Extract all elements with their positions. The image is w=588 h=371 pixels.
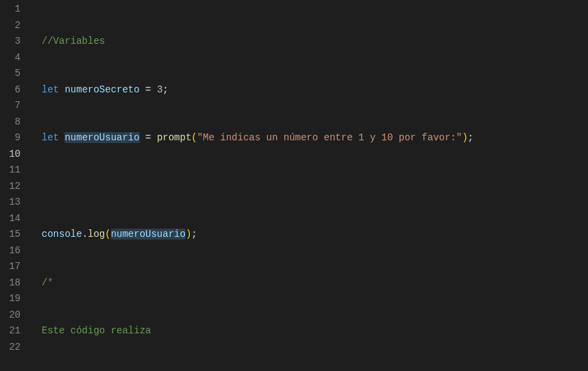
- line-number: 8: [0, 114, 21, 131]
- line-number: 7: [0, 98, 21, 114]
- keyword-let: let: [42, 132, 59, 143]
- line-number: 9: [0, 130, 21, 146]
- line-number: 16: [0, 243, 21, 259]
- object: console: [42, 229, 82, 240]
- code-editor[interactable]: 1 2 3 4 5 6 7 8 9 10 11 12 13 14 15 16 1…: [0, 0, 588, 371]
- code-line[interactable]: Este código realiza: [30, 323, 588, 340]
- comment: //Variables: [42, 36, 105, 47]
- line-number: 21: [0, 323, 21, 340]
- code-area[interactable]: //Variables let numeroSecreto = 3; let n…: [30, 0, 588, 371]
- method: log: [88, 229, 105, 240]
- line-number: 5: [0, 66, 21, 82]
- line-number-gutter: 1 2 3 4 5 6 7 8 9 10 11 12 13 14 15 16 1…: [0, 0, 30, 371]
- comment: /*: [42, 277, 53, 288]
- code-line[interactable]: /*: [30, 275, 588, 292]
- keyword-let: let: [42, 84, 59, 95]
- line-number: 22: [0, 340, 21, 356]
- line-number: 19: [0, 291, 21, 307]
- code-line[interactable]: let numeroSecreto = 3;: [30, 82, 588, 99]
- line-number: 1: [0, 1, 21, 18]
- variable: numeroUsuario: [111, 229, 186, 240]
- line-number: 18: [0, 275, 21, 292]
- code-line[interactable]: //Variables: [30, 34, 588, 50]
- line-number: 12: [0, 179, 21, 195]
- line-number: 10: [0, 146, 21, 163]
- line-number: 4: [0, 50, 21, 66]
- code-line[interactable]: let numeroUsuario = prompt("Me indicas u…: [30, 130, 588, 146]
- variable: numeroUsuario: [64, 132, 139, 143]
- line-number: 11: [0, 162, 21, 179]
- line-number: 6: [0, 82, 21, 99]
- comment: Este código realiza: [42, 325, 151, 336]
- line-number: 15: [0, 227, 21, 243]
- line-number: 14: [0, 211, 21, 227]
- line-number: 2: [0, 18, 21, 34]
- code-line[interactable]: [30, 179, 588, 195]
- line-number: 13: [0, 194, 21, 211]
- line-number: 20: [0, 307, 21, 324]
- line-number: 17: [0, 259, 21, 275]
- variable: numeroSecreto: [64, 84, 139, 95]
- string: "Me indicas un número entre 1 y 10 por f…: [197, 132, 462, 143]
- line-number: 3: [0, 34, 21, 50]
- function-call: prompt: [157, 132, 191, 143]
- code-line[interactable]: console.log(numeroUsuario);: [30, 227, 588, 243]
